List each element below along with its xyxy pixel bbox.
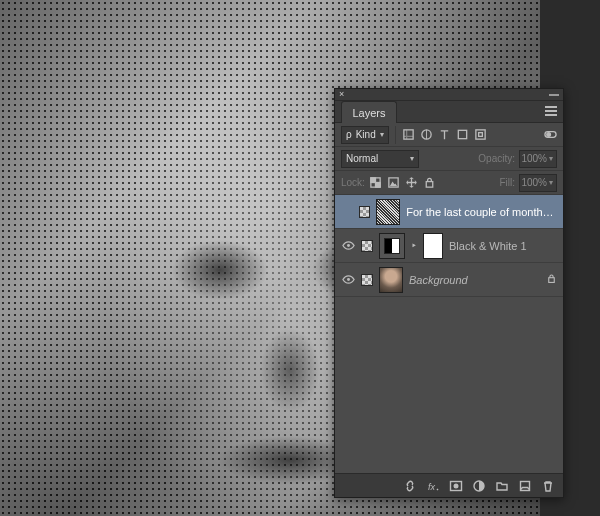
filter-adjustment-icon[interactable]: [420, 128, 434, 142]
filter-smartobject-icon[interactable]: [474, 128, 488, 142]
divider: [395, 126, 396, 144]
layers-panel: × Layers ρ Kind ▾: [334, 88, 564, 498]
lock-label: Lock:: [341, 177, 365, 188]
lock-row: Lock: Fill: 100% ▾: [335, 171, 563, 195]
fill-label: Fill:: [499, 177, 515, 188]
layer-effects-button[interactable]: fx: [425, 478, 440, 493]
filter-type-icon[interactable]: [438, 128, 452, 142]
chevron-down-icon: ▾: [410, 154, 414, 163]
svg-point-11: [347, 244, 350, 247]
layer-name[interactable]: Background: [409, 274, 540, 286]
svg-rect-9: [376, 183, 381, 188]
bw-adjustment-icon: [384, 238, 400, 254]
layer-thumbnail[interactable]: [376, 199, 400, 225]
svg-text:fx: fx: [428, 482, 436, 492]
eye-icon: [342, 239, 355, 252]
layer-mask-thumbnail[interactable]: [423, 233, 443, 259]
tab-layers-label: Layers: [352, 107, 385, 119]
svg-rect-18: [520, 481, 529, 490]
layer-row[interactable]: For the last couple of months, Se...: [335, 195, 563, 229]
new-adjustment-button[interactable]: [471, 478, 486, 493]
add-mask-button[interactable]: [448, 478, 463, 493]
filter-kind-prefix: ρ: [346, 129, 352, 140]
opacity-value: 100%: [521, 153, 547, 164]
layer-thumbnail[interactable]: [379, 267, 403, 293]
visibility-toggle[interactable]: [341, 273, 355, 286]
close-panel-icon[interactable]: ×: [339, 90, 344, 99]
svg-rect-2: [459, 130, 467, 138]
eye-icon: [342, 273, 355, 286]
svg-rect-4: [479, 133, 483, 137]
svg-point-12: [347, 278, 350, 281]
filter-pixel-icon[interactable]: [402, 128, 416, 142]
filter-shape-icon[interactable]: [456, 128, 470, 142]
blend-mode-value: Normal: [346, 153, 378, 164]
new-layer-button[interactable]: [517, 478, 532, 493]
lock-all-icon[interactable]: [423, 176, 437, 190]
visibility-toggle[interactable]: [341, 239, 355, 252]
lock-image-icon[interactable]: [387, 176, 401, 190]
svg-rect-13: [549, 278, 555, 283]
filter-kind-label: Kind: [356, 129, 376, 140]
lock-transparent-icon[interactable]: [369, 176, 383, 190]
svg-point-6: [546, 133, 550, 137]
link-well[interactable]: [361, 240, 373, 252]
blend-mode-select[interactable]: Normal ▾: [341, 150, 419, 168]
adjustment-thumbnail[interactable]: [379, 233, 405, 259]
layer-row[interactable]: Background: [335, 263, 563, 297]
hamburger-icon: [545, 110, 557, 112]
chevron-down-icon: ▾: [380, 130, 384, 139]
svg-point-16: [453, 483, 458, 488]
fill-value: 100%: [521, 177, 547, 188]
mask-link-icon[interactable]: ‣: [411, 240, 417, 251]
blend-row: Normal ▾ Opacity: 100% ▾: [335, 147, 563, 171]
new-group-button[interactable]: [494, 478, 509, 493]
link-well[interactable]: [359, 206, 370, 218]
panel-top-strip: ×: [335, 89, 563, 101]
layer-name[interactable]: Black & White 1: [449, 240, 557, 252]
panel-tab-bar: Layers: [335, 101, 563, 123]
svg-rect-8: [371, 178, 376, 183]
chevron-down-icon: ▾: [549, 154, 553, 163]
opacity-input[interactable]: 100% ▾: [519, 150, 557, 168]
workspace: × Layers ρ Kind ▾: [0, 0, 600, 516]
layer-list: For the last couple of months, Se... ‣ B…: [335, 195, 563, 473]
collapse-panel-icon[interactable]: [549, 94, 559, 96]
chevron-down-icon: ▾: [549, 178, 553, 187]
layer-filter-row: ρ Kind ▾: [335, 123, 563, 147]
svg-rect-0: [404, 130, 413, 139]
lock-icon: [546, 273, 557, 286]
layer-name[interactable]: For the last couple of months, Se...: [406, 206, 557, 218]
link-layers-button[interactable]: [402, 478, 417, 493]
panel-menu-button[interactable]: [545, 105, 559, 117]
fill-input[interactable]: 100% ▾: [519, 174, 557, 192]
layer-row[interactable]: ‣ Black & White 1: [335, 229, 563, 263]
filter-kind-select[interactable]: ρ Kind ▾: [341, 126, 389, 144]
lock-position-icon[interactable]: [405, 176, 419, 190]
svg-rect-3: [476, 130, 485, 139]
delete-layer-button[interactable]: [540, 478, 555, 493]
panel-footer: fx: [335, 473, 563, 497]
filter-toggle-icon[interactable]: [543, 128, 557, 142]
svg-rect-10: [427, 182, 434, 188]
tab-layers[interactable]: Layers: [341, 101, 397, 123]
link-well[interactable]: [361, 274, 373, 286]
opacity-label: Opacity:: [478, 153, 515, 164]
